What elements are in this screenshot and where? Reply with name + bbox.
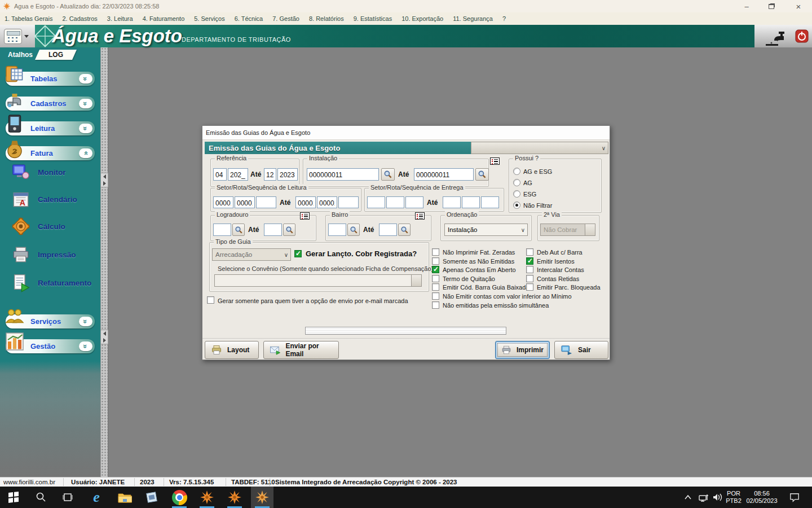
logradouro-de-input[interactable] [213, 224, 231, 236]
checkbox-emitir-isentos[interactable] [526, 257, 533, 265]
leitura-setor-de-input[interactable] [213, 196, 233, 208]
ordenacao-combobox[interactable]: Instalação ∨ [444, 224, 528, 236]
power-icon[interactable] [795, 29, 809, 43]
start-button[interactable] [2, 487, 25, 508]
taskbar-fiorilli-1[interactable] [196, 487, 218, 508]
enviar-email-button[interactable]: Enviar por Email [263, 341, 339, 359]
checkbox-label[interactable]: Deb Aut c/ Barra [537, 249, 582, 256]
tray-expand-button[interactable] [680, 487, 696, 508]
chevron-down-icon[interactable]: » [79, 74, 92, 84]
checkbox-nao-emitir-valor-inferior[interactable] [432, 292, 439, 300]
sidebar-item-calendario[interactable]: A Calendário [11, 190, 77, 209]
search-button[interactable] [347, 224, 360, 236]
checkbox-label[interactable]: Não Emitir contas com valor inferior ao … [443, 293, 572, 300]
checkbox-label[interactable]: Emitir Parc. Bloqueada [537, 284, 601, 291]
chevron-down-icon[interactable]: » [79, 317, 92, 326]
checkbox-somente-nao-emitidas[interactable] [432, 257, 439, 265]
list-icon[interactable] [490, 157, 500, 165]
radio-label[interactable]: AG [523, 179, 532, 186]
gerar-lancto-label[interactable]: Gerar Lançto. Cobr Registrada? [306, 249, 417, 258]
menu-relatorios[interactable]: 8. Relatórios [309, 15, 344, 22]
radio-ag[interactable] [513, 179, 520, 186]
checkbox-nao-emitidas-simultanea[interactable] [432, 301, 439, 309]
sidebar-item-calculo[interactable]: Cálculo [11, 217, 65, 236]
menu-faturamento[interactable]: 4. Faturamento [143, 15, 185, 22]
dialog-titlebar[interactable]: Emissão das Guias do Água e Esgoto [202, 126, 610, 140]
menu-help[interactable]: ? [502, 15, 506, 22]
menu-gestao[interactable]: 7. Gestão [272, 15, 299, 22]
radio-nao-filtrar[interactable] [513, 202, 520, 209]
menu-estatisticas[interactable]: 9. Estatísticas [354, 15, 392, 22]
sidebar-item-impressao[interactable]: Impressão [11, 245, 76, 264]
tipo-guia-combobox[interactable]: Arrecadação ∨ [212, 248, 291, 261]
instalacao-de-input[interactable] [307, 168, 379, 181]
bairro-ate-input[interactable] [379, 224, 397, 236]
leitura-seq-de-input[interactable] [256, 196, 276, 208]
taskbar-fiorilli-active[interactable] [251, 487, 273, 508]
taskbar-app[interactable] [140, 487, 163, 508]
taskbar-search-button[interactable] [30, 487, 52, 508]
layout-button[interactable]: Layout [205, 341, 259, 359]
minimize-button[interactable]: – [734, 0, 759, 12]
radio-ag-esg[interactable] [513, 168, 520, 175]
email-only-label[interactable]: Gerar somente para quem tiver a opção de… [218, 297, 408, 304]
menu-seguranca[interactable]: 11. Segurança [453, 15, 493, 22]
search-button[interactable] [475, 168, 489, 181]
menu-cadastros[interactable]: 2. Cadastros [62, 15, 97, 22]
action-center-button[interactable] [785, 487, 804, 508]
chevron-down-icon[interactable]: » [79, 341, 92, 351]
referencia-mes-de-input[interactable] [213, 168, 227, 181]
chevron-up-icon[interactable]: » [79, 148, 92, 158]
sidebar-splitter[interactable] [100, 47, 108, 477]
leitura-rota-ate-input[interactable] [317, 196, 337, 208]
tray-clock[interactable]: 08:56 02/05/2023 [743, 490, 780, 505]
email-only-checkbox[interactable] [207, 296, 214, 304]
checkbox-label[interactable]: Intercalar Contas [537, 266, 584, 273]
taskbar-file-explorer[interactable] [113, 487, 136, 508]
sidebar-item-monitor[interactable]: Monitor [11, 163, 66, 182]
entrega-setor-ate-input[interactable] [443, 196, 461, 208]
checkbox-label[interactable]: Emitir Cód. Barra Guia Baixada [443, 284, 529, 291]
entrega-setor-de-input[interactable] [367, 196, 385, 208]
instalacao-ate-input[interactable] [414, 168, 474, 181]
menu-tabelas-gerais[interactable]: 1. Tabelas Gerais [5, 15, 52, 22]
referencia-mes-ate-input[interactable] [264, 168, 276, 181]
sair-button[interactable]: Sair [554, 341, 608, 359]
sidebar-item-refaturamento[interactable]: Refaturamento [11, 273, 91, 292]
checkbox-contas-retidas[interactable] [526, 275, 533, 282]
checkbox-termo-quitacao[interactable] [432, 275, 439, 282]
checkbox-apenas-contas-aberto[interactable] [432, 266, 439, 273]
checkbox-label[interactable]: Termo de Quitação [443, 275, 495, 282]
checkbox-emitir-parc-bloqueada[interactable] [526, 283, 533, 291]
bairro-de-input[interactable] [328, 224, 346, 236]
checkbox-label[interactable]: Contas Retidas [537, 275, 579, 282]
checkbox-label[interactable]: Apenas Contas Em Aberto [443, 266, 516, 273]
header-combobox[interactable]: ∨ [471, 142, 608, 154]
search-button[interactable] [283, 224, 295, 236]
taskbar-fiorilli-2[interactable] [223, 487, 246, 508]
checkbox-emitir-cod-barra-baixada[interactable] [432, 283, 439, 291]
radio-esg[interactable] [513, 190, 520, 198]
radio-label[interactable]: Não Filtrar [523, 202, 552, 209]
entrega-seq-de-input[interactable] [405, 196, 423, 208]
banner-launcher[interactable] [0, 25, 35, 47]
leitura-setor-ate-input[interactable] [295, 196, 316, 208]
checkbox-label[interactable]: Não emitidas pela emissão simultânea [443, 302, 549, 309]
menu-tecnica[interactable]: 6. Técnica [235, 15, 263, 22]
search-button[interactable] [381, 168, 395, 181]
tab-atalhos[interactable]: Atalhos [6, 50, 37, 60]
tab-log[interactable]: LOG [35, 50, 77, 60]
task-view-button[interactable] [56, 487, 79, 508]
splitter-collapse-button[interactable] [100, 173, 108, 187]
menu-exportacao[interactable]: 10. Exportação [401, 15, 443, 22]
menu-leitura[interactable]: 3. Leitura [107, 15, 133, 22]
chevron-down-icon[interactable]: » [79, 99, 92, 108]
imprimir-button[interactable]: Imprimir [495, 341, 550, 359]
search-button[interactable] [398, 224, 411, 236]
taskbar-ie[interactable]: e [85, 487, 108, 508]
referencia-ano-de-input[interactable] [228, 168, 248, 181]
list-icon[interactable] [300, 212, 310, 220]
checkbox-label[interactable]: Somente as Não Emitidas [443, 258, 514, 265]
entrega-rota-ate-input[interactable] [462, 196, 480, 208]
restore-button[interactable] [759, 0, 784, 12]
